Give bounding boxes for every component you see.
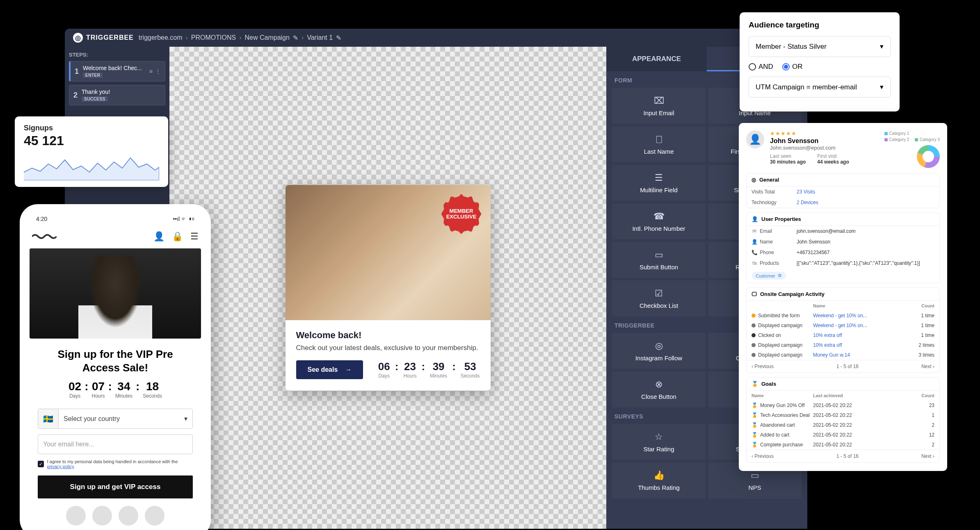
target-icon: ◎ <box>752 177 756 183</box>
member-exclusive-badge: MEMBER EXCLUSIVE <box>444 196 479 232</box>
step-title: Thank you! <box>82 89 161 95</box>
brand-mark-icon: ◎ <box>73 33 83 43</box>
step-2[interactable]: 2 Thank you! SUCCESS <box>69 85 165 105</box>
tile-multiline-field[interactable]: ☰Multiline Field <box>612 165 706 201</box>
chevron-down-icon: ▾ <box>880 42 884 51</box>
tile-thumbs-rating[interactable]: 👍Thumbs Rating <box>612 462 706 498</box>
crumb-promotions[interactable]: PROMOTIONS <box>191 34 236 41</box>
flag-icon: 🇸🇪 <box>38 409 59 428</box>
prev-button[interactable]: ‹ Previous <box>752 364 774 369</box>
next-button[interactable]: Next › <box>921 453 934 459</box>
gear-icon: ⚙ <box>778 273 782 278</box>
tab-appearance[interactable]: APPEARANCE <box>606 47 707 71</box>
consent-checkbox[interactable]: ✓ <box>38 461 44 467</box>
brand-logo: ◎ TRIGGERBEE <box>73 33 134 43</box>
step-tag: ENTER <box>83 73 103 78</box>
radio-and[interactable]: AND <box>749 63 773 71</box>
tile-icon: ☑ <box>655 288 663 299</box>
star-rating: ★★★★★ <box>770 130 879 136</box>
popup-text: Check out your latest deals, exclusive t… <box>296 343 480 353</box>
campaign-popup[interactable]: MEMBER EXCLUSIVE Welcome back! Check out… <box>286 185 491 391</box>
signups-card: Signups 45 121 <box>15 116 168 187</box>
tile-instagram-follow[interactable]: ◎Instagram Follow <box>612 333 706 369</box>
user-icon[interactable]: 👤 <box>153 231 164 242</box>
consent-row: ✓ I agree to my personal data being hand… <box>38 459 193 469</box>
drag-icon[interactable]: ≡ <box>149 68 153 75</box>
targeting-rule-2[interactable]: UTM Campaign = member-email▾ <box>749 77 891 98</box>
tile-star-rating[interactable]: ☆Star Rating <box>612 424 706 460</box>
editor-canvas[interactable]: MEMBER EXCLUSIVE Welcome back! Check out… <box>169 47 606 529</box>
profile-card: 👤 ★★★★★ John Svensson John.svensson@epos… <box>739 123 947 471</box>
signup-cta-button[interactable]: Sign up and get VIP access <box>38 475 193 498</box>
property-row: 🛍Products[{"sku":"AT123","quantity":1},{… <box>747 258 939 268</box>
general-row: Technology2 Devices <box>747 197 939 208</box>
targeting-rule-1[interactable]: Member - Status Silver▾ <box>749 36 891 57</box>
chart-legend: Category 1 Category 2 Category 3 <box>884 130 940 143</box>
prev-button[interactable]: ‹ Previous <box>752 453 774 459</box>
tile-icon: ☆ <box>655 432 663 442</box>
activity-row: Clicked on10% extra off1 time <box>747 330 939 340</box>
hamburger-icon[interactable]: ☰ <box>190 231 199 242</box>
monitor-icon: 🖵 <box>752 291 757 297</box>
country-select[interactable]: 🇸🇪 Select your country▾ <box>38 409 193 429</box>
chevron-down-icon: ▾ <box>880 83 884 91</box>
customer-tag[interactable]: Customer⚙ <box>752 272 786 280</box>
crumb-campaign[interactable]: New Campaign <box>245 34 290 41</box>
phone-status-icons: ••ıl ᯤ ▮▯ <box>173 216 194 222</box>
email-input[interactable]: Your email here... <box>38 434 193 454</box>
popup-countdown: 06Days: 23Hours: 39Minutes: 53Seconds <box>378 360 480 379</box>
user-icon: 👤 <box>752 216 758 222</box>
step-title: Welcome back! Chec... <box>83 65 145 71</box>
popup-hero-image: MEMBER EXCLUSIVE <box>286 185 491 320</box>
activity-row: Submitted the formWeekend - get 10% on..… <box>747 311 939 321</box>
crumb-variant[interactable]: Variant 1 <box>307 34 333 41</box>
goal-row: 🏅Money Gun 20% Off2021-05-02 20:2223 <box>747 400 939 410</box>
tile-icon: ⊗ <box>655 379 662 390</box>
steps-label: STEPS: <box>69 52 165 58</box>
see-deals-button[interactable]: See deals→ <box>296 360 363 379</box>
phone-heading: Sign up for the VIP Pre Access Sale! <box>38 348 193 374</box>
profile-email: John.svensson@epost.com <box>770 145 879 151</box>
dot[interactable] <box>119 506 138 525</box>
tile-last-name[interactable]: ⎕Last Name <box>612 126 706 162</box>
kebab-icon[interactable]: ⋮ <box>155 68 161 75</box>
activity-row: Displayed campaignWeekend - get 10% on..… <box>747 321 939 330</box>
goals-card: 🏅Goals NameLast achievedCount 🏅Money Gun… <box>746 377 940 463</box>
editor-topbar: ◎ TRIGGERBEE triggerbee.com› PROMOTIONS›… <box>65 29 807 47</box>
step-1[interactable]: 1 Welcome back! Chec... ENTER ≡⋮ <box>69 61 165 82</box>
arrow-right-icon: → <box>345 366 352 373</box>
page-range: 1 - 5 of 16 <box>836 453 859 459</box>
privacy-link[interactable]: privacy policy <box>47 464 74 469</box>
edit-icon[interactable]: ✎ <box>336 34 341 42</box>
signups-sparkline <box>24 152 159 180</box>
breadcrumb: triggerbee.com› PROMOTIONS› New Campaign… <box>139 34 341 42</box>
dot[interactable] <box>66 506 86 525</box>
next-button[interactable]: Next › <box>921 364 934 369</box>
edit-icon[interactable]: ✎ <box>293 34 298 42</box>
dot[interactable] <box>145 506 164 525</box>
tile-checkbox-list[interactable]: ☑Checkbox List <box>612 280 706 316</box>
brand-name: TRIGGERBEE <box>86 34 134 41</box>
phone-status-bar: 4:20 ••ıl ᯤ ▮▯ <box>30 216 201 228</box>
popup-heading: Welcome back! <box>296 330 480 341</box>
logic-radio-group: AND OR <box>749 63 891 71</box>
campaign-activity-card: 🖵Onsite Campaign Activity NameCount Subm… <box>746 287 940 373</box>
property-row: ✉Emailjohn.svensson@email.com <box>747 226 939 237</box>
phone-time: 4:20 <box>36 216 47 222</box>
avatar: 👤 <box>746 130 764 148</box>
goal-row: 🏅Abandoned cart2021-05-02 20:222 <box>747 420 939 430</box>
lock-icon[interactable]: 🔒 <box>172 231 183 242</box>
tile-intl-phone-number[interactable]: ☎Intl. Phone Number <box>612 203 706 239</box>
dot[interactable] <box>92 506 112 525</box>
signups-value: 45 121 <box>24 133 159 148</box>
goal-row: 🏅Added to cart2021-05-02 20:2212 <box>747 430 939 440</box>
activity-row: Displayed campaign10% extra off2 times <box>747 340 939 350</box>
crumb-domain[interactable]: triggerbee.com <box>139 34 183 41</box>
goal-row: 🏅Tech Accessories Deal2021-05-02 20:221 <box>747 410 939 420</box>
tile-close-button[interactable]: ⊗Close Button <box>612 371 706 407</box>
tile-input-email[interactable]: ⌧Input Email <box>612 88 706 124</box>
tile-submit-button[interactable]: ▭Submit Button <box>612 242 706 278</box>
signups-label: Signups <box>24 124 159 132</box>
radio-or[interactable]: OR <box>782 63 803 71</box>
audience-targeting-card: Audience targeting Member - Status Silve… <box>740 12 900 111</box>
